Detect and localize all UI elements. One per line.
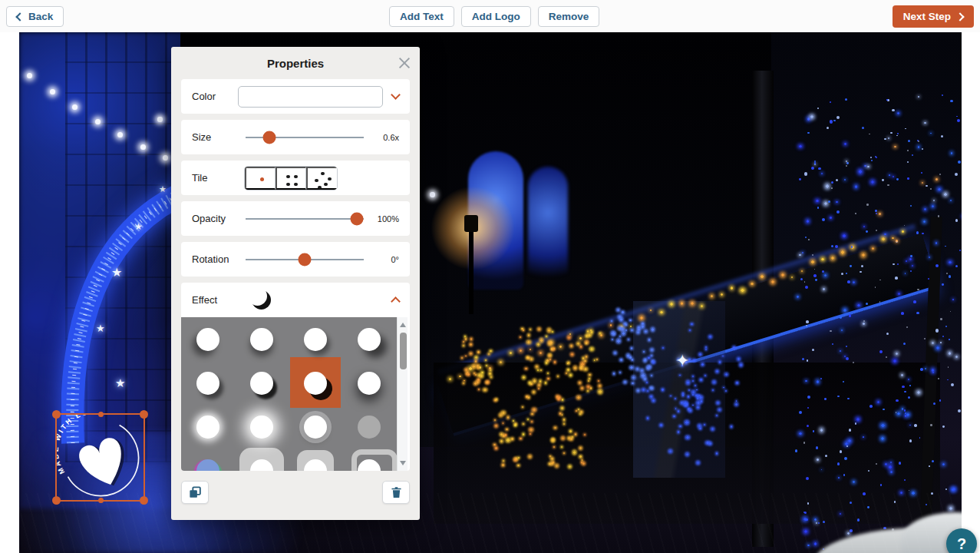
tile-dot [324, 183, 328, 187]
effect-preview-circle [358, 416, 381, 439]
tile-dot [318, 186, 322, 190]
effect-header-row[interactable]: Effect [181, 283, 410, 317]
effect-preview-circle [250, 372, 273, 395]
effect-preview-circle [196, 372, 219, 395]
photo-background: ✦★★★★★ [19, 32, 962, 553]
add-text-label: Add Text [400, 11, 444, 22]
selection-handle-top-left[interactable] [52, 410, 61, 419]
effect-preview-circle [250, 416, 273, 439]
rotation-slider-handle[interactable] [299, 253, 312, 266]
scrollbar-down-arrow[interactable] [400, 461, 406, 465]
size-slider-track[interactable] [246, 137, 364, 138]
top-toolbar: Back Add Text Add Logo Remove Next Step [0, 0, 980, 32]
selection-handle-bottom-middle[interactable] [98, 498, 104, 503]
panel-title: Properties [267, 57, 324, 70]
selected-design-element[interactable]: MADE WITH LOVE [55, 413, 145, 502]
tile-dot [328, 177, 332, 181]
opacity-slider-track[interactable] [246, 218, 364, 220]
color-row: Color [181, 79, 410, 114]
effect-preview-circle [196, 328, 219, 351]
remove-button[interactable]: Remove [538, 6, 600, 27]
effect-preview-circle [304, 328, 327, 351]
rotation-slider-track[interactable] [246, 259, 364, 260]
help-button[interactable]: ? [946, 528, 977, 553]
arch-star: ★ [134, 221, 143, 232]
effect-preview-circle [196, 416, 219, 439]
effect-swatch-shadow-soft-down[interactable] [235, 317, 289, 361]
arch-star: ★ [111, 265, 122, 280]
effect-swatch-plate-large[interactable] [235, 449, 289, 471]
arch-star: ★ [115, 376, 125, 390]
selection-handle-bottom-left[interactable] [52, 496, 61, 505]
effect-swatch-glow-strong[interactable] [235, 405, 289, 449]
tile-option-scatter-dots[interactable] [306, 167, 337, 190]
opacity-label: Opacity [192, 213, 235, 224]
chevron-up-icon[interactable] [391, 296, 401, 306]
scrollbar-up-arrow[interactable] [400, 323, 406, 327]
tile-dot [294, 175, 298, 179]
effect-swatch-glow-soft[interactable] [181, 405, 235, 449]
effect-preview-circle [250, 328, 273, 351]
back-button[interactable]: Back [6, 6, 64, 27]
selection-handle-bottom-right[interactable] [140, 496, 148, 505]
tile-dot [294, 183, 298, 187]
tile-dot [286, 175, 290, 179]
color-label: Color [192, 91, 235, 102]
tile-option-single-dot[interactable] [245, 167, 276, 190]
tile-label: Tile [192, 172, 235, 184]
add-text-button[interactable]: Add Text [389, 6, 454, 27]
scrollbar-thumb[interactable] [400, 333, 407, 369]
size-label: Size [192, 131, 235, 143]
properties-panel-header: Properties [171, 47, 420, 79]
size-value: 0.6x [375, 133, 399, 142]
color-input[interactable] [238, 86, 383, 108]
opacity-slider-handle[interactable] [350, 212, 363, 225]
effect-swatch-halo-ring[interactable] [289, 405, 342, 449]
effect-swatch-shadow-dark[interactable] [235, 361, 289, 405]
effect-swatch-shadow-medium[interactable] [181, 361, 235, 405]
effect-swatch-grid [181, 317, 397, 471]
duplicate-icon [188, 485, 203, 500]
next-step-label: Next Step [903, 11, 951, 22]
effect-swatch-shadow-soft-right[interactable] [289, 317, 342, 361]
heart-design-graphic: MADE WITH LOVE [57, 415, 144, 500]
panel-action-buttons [181, 481, 410, 504]
add-logo-button[interactable]: Add Logo [461, 6, 531, 27]
help-label: ? [957, 535, 966, 553]
effect-preview-circle [304, 416, 327, 439]
effect-swatch-chromatic-blue[interactable] [181, 449, 235, 471]
effect-swatch-plate-medium[interactable] [289, 449, 342, 471]
tile-dot [286, 183, 290, 187]
properties-panel: Properties Color Size 0.6x Tile Op [171, 47, 420, 520]
effect-preview-circle [358, 459, 381, 472]
properties-panel-body: Color Size 0.6x Tile Opacity 1 [171, 79, 420, 504]
delete-button[interactable] [382, 481, 410, 504]
effect-preview-circle [358, 328, 381, 351]
effect-grid-scrollbar[interactable] [397, 317, 408, 471]
effect-swatch-plate-ring[interactable] [342, 449, 396, 471]
effect-grid-wrap [181, 317, 410, 471]
selection-handle-top-right[interactable] [140, 410, 148, 419]
tile-row: Tile [181, 161, 410, 195]
next-step-button[interactable]: Next Step [893, 5, 974, 28]
opacity-row: Opacity 100% [181, 201, 410, 236]
chevron-right-icon [955, 12, 964, 21]
effect-swatch-dim-circle[interactable] [342, 405, 396, 449]
add-logo-label: Add Logo [472, 11, 520, 22]
effect-swatch-shadow-soft-left[interactable] [181, 317, 235, 361]
effect-swatch-shadow-hard[interactable] [289, 361, 342, 405]
effect-swatch-shadow-blur-halo[interactable] [342, 361, 396, 405]
tile-option-grid-dots[interactable] [276, 167, 306, 190]
rotation-row: Rotation 0° [181, 242, 410, 276]
opacity-value: 100% [375, 214, 399, 224]
duplicate-button[interactable] [181, 481, 209, 504]
effect-swatch-shadow-large-right[interactable] [342, 317, 396, 361]
rotation-value: 0° [375, 255, 399, 264]
close-icon[interactable] [398, 56, 411, 70]
trash-icon [390, 485, 403, 499]
selection-handle-top-middle[interactable] [98, 412, 104, 417]
chevron-down-icon[interactable] [391, 90, 401, 100]
size-slider-handle[interactable] [262, 131, 276, 144]
effect-preview-circle [304, 372, 327, 395]
effect-section: Effect [181, 283, 410, 471]
